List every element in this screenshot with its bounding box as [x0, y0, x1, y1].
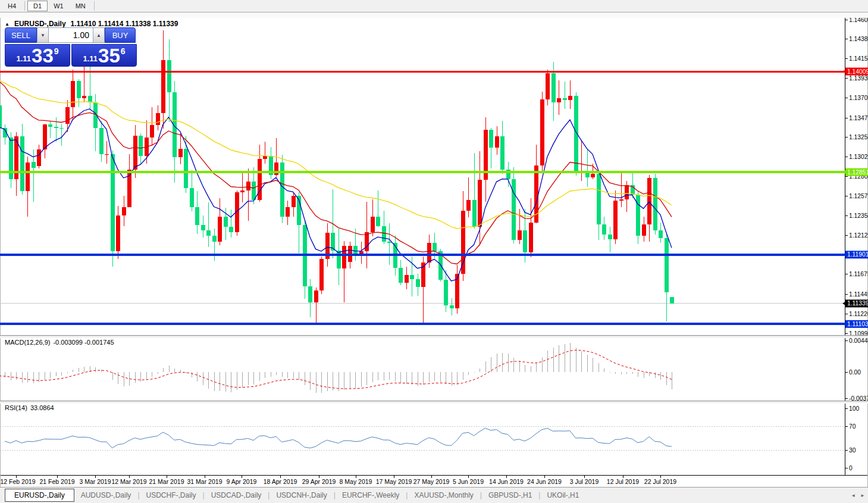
rsi-label: RSI(14) 33.0864	[5, 404, 54, 411]
volume-increase-button[interactable]: ▲	[93, 27, 105, 43]
bid-price-box[interactable]: 1.11 33 9	[5, 44, 70, 67]
hline-1.11103[interactable]	[0, 323, 845, 325]
svg-text:-0.003715: -0.003715	[849, 395, 868, 402]
macd-label: MACD(12,26,9) -0.003099 -0.001745	[5, 339, 114, 346]
timeframe-button-mn[interactable]: MN	[70, 1, 92, 11]
svg-text:1.12851: 1.12851	[847, 169, 868, 176]
date-label: 9 Apr 2019	[227, 478, 257, 485]
svg-text:100: 100	[849, 405, 859, 412]
date-label: 31 Mar 2019	[187, 478, 223, 485]
date-label: 8 May 2019	[340, 478, 372, 485]
tab-xauusd-monthly[interactable]: XAUUSD-,Monthly	[408, 489, 480, 501]
symbol-marker-icon: ▲	[5, 21, 10, 27]
candlestick-series[interactable]	[0, 30, 674, 324]
svg-text:1.14009: 1.14009	[847, 68, 868, 75]
date-label: 22 Jul 2019	[644, 478, 676, 485]
tab-usdcnh-daily[interactable]: USDCNH-,Daily	[270, 489, 333, 501]
date-label: 27 May 2019	[413, 478, 450, 485]
date-label: 14 Jun 2019	[489, 478, 524, 485]
timeframe-button-w1[interactable]: W1	[48, 1, 70, 11]
svg-text:1.13475: 1.13475	[849, 115, 868, 121]
svg-text:1.11339: 1.11339	[847, 300, 868, 307]
svg-text:70: 70	[849, 423, 856, 430]
svg-text:30: 30	[849, 447, 856, 454]
toolbar-separator	[94, 1, 95, 11]
svg-text:0.00: 0.00	[849, 369, 861, 376]
tab-eurusd-daily[interactable]: EURUSD-,Daily	[5, 489, 74, 502]
tab-audusd-daily[interactable]: AUDUSD-,Daily	[74, 489, 138, 501]
date-label: 21 Mar 2019	[149, 478, 184, 485]
timeframe-button-d1[interactable]: D1	[27, 1, 48, 11]
svg-text:1.11445: 1.11445	[849, 291, 868, 298]
horizontal-level-lines[interactable]	[0, 71, 845, 326]
chart-canvas[interactable]: 1.146051.143801.141551.139301.137051.134…	[0, 0, 868, 487]
volume-decrease-button[interactable]: ▼	[37, 27, 49, 43]
svg-text:1.13930: 1.13930	[849, 75, 868, 82]
macd-name: MACD(12,26,9)	[5, 339, 50, 346]
timeframe-toolbar: H4D1W1MN	[0, 0, 868, 13]
timeframe-button-h4[interactable]: H4	[2, 1, 22, 11]
moving-average-lines	[0, 81, 672, 281]
date-label: 12 Jul 2019	[607, 478, 639, 485]
svg-text:0: 0	[849, 465, 853, 471]
hline-1.12851[interactable]	[0, 171, 845, 173]
ma-55-line	[0, 81, 672, 229]
svg-text:1.14380: 1.14380	[849, 36, 868, 42]
svg-text:1.12350: 1.12350	[849, 213, 868, 219]
svg-text:1.12575: 1.12575	[849, 193, 868, 199]
tab-scroll-arrows: ◄ ►	[851, 493, 865, 498]
date-label: 12 Mar 2019	[112, 478, 147, 485]
date-label: 5 Jun 2019	[453, 478, 484, 485]
buy-button[interactable]: BUY	[105, 27, 136, 43]
rsi-line	[5, 428, 672, 448]
toolbar-separator	[24, 1, 25, 11]
date-label: 18 Apr 2019	[264, 478, 297, 485]
ask-price-prefix: 1.11	[83, 54, 98, 63]
date-label: 24 Jun 2019	[527, 478, 562, 485]
hline-1.14009[interactable]	[0, 71, 845, 73]
bid-price-prefix: 1.11	[16, 54, 31, 63]
svg-text:1.11103: 1.11103	[847, 321, 868, 327]
hline-1.11901[interactable]	[0, 254, 845, 256]
one-click-trading-panel: SELL ▼ ▲ BUY 1.11 33 9 1.11 35 6	[5, 27, 137, 67]
chart-ohlc-label: 1.11410 1.11414 1.11338 1.11339	[71, 20, 178, 28]
macd-values: -0.003099 -0.001745	[53, 339, 114, 346]
svg-text:1.12125: 1.12125	[849, 232, 868, 239]
tab-gbpusd-h1[interactable]: GBPUSD-,H1	[482, 489, 538, 501]
macd-signal-line	[0, 350, 672, 389]
mt4-window: { "toolbar": {"timeframes": ["H4", "D1",…	[0, 0, 868, 503]
rsi-panel: 10070300	[0, 405, 859, 471]
date-label: 21 Feb 2019	[40, 478, 75, 485]
chart-title: ▲ EURUSD-,Daily 1.11410 1.11414 1.11338 …	[5, 20, 178, 28]
tab-usdcad-daily[interactable]: USDCAD-,Daily	[205, 489, 268, 501]
tab-ukoil-h1[interactable]: UKOil-,H1	[540, 489, 585, 501]
sell-button[interactable]: SELL	[5, 27, 37, 43]
ask-price-box[interactable]: 1.11 35 6	[71, 44, 137, 67]
ask-price-pip: 6	[121, 46, 126, 56]
window-top-strip	[0, 13, 868, 18]
macd-panel: 0.0044650.00-0.003715	[0, 338, 868, 402]
tab-scroll-right-button[interactable]: ►	[860, 493, 865, 498]
volume-input[interactable]	[49, 27, 93, 43]
svg-text:1.11220: 1.11220	[849, 311, 868, 317]
date-label: 3 Jul 2019	[570, 478, 599, 485]
svg-text:1.13025: 1.13025	[849, 154, 868, 160]
svg-text:1.13250: 1.13250	[849, 134, 868, 140]
price-axis[interactable]: 1.146051.143801.141551.139301.137051.134…	[845, 17, 868, 337]
svg-text:1.14155: 1.14155	[849, 55, 868, 62]
tab-usdchf-daily[interactable]: USDCHF-,Daily	[140, 489, 203, 501]
rsi-value: 33.0864	[30, 404, 54, 411]
ask-price-big: 35	[98, 48, 120, 64]
bid-price-pip: 9	[54, 46, 59, 56]
bid-price-big: 33	[32, 48, 54, 64]
date-label: 3 Mar 2019	[79, 478, 111, 485]
svg-text:0.004465: 0.004465	[849, 338, 868, 344]
tab-scroll-left-button[interactable]: ◄	[851, 493, 856, 498]
date-label: 17 May 2019	[376, 478, 412, 485]
svg-text:1.13705: 1.13705	[849, 95, 868, 101]
chart-tab-bar: EURUSD-,DailyAUDUSD-,Daily|USDCHF-,Daily…	[0, 487, 868, 503]
date-axis[interactable]: 12 Feb 201921 Feb 20193 Mar 201912 Mar 2…	[1, 476, 677, 485]
date-label: 12 Feb 2019	[1, 478, 36, 485]
tab-eurchf-weekly[interactable]: EURCHF-,Weekly	[336, 489, 406, 501]
panel-separators[interactable]	[0, 335, 868, 404]
